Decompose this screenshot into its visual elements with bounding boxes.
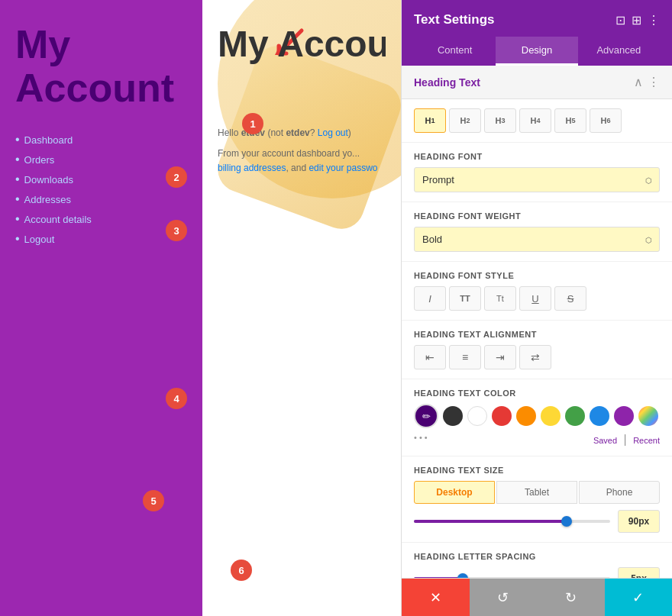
color-black[interactable] [443, 406, 463, 426]
spacing-slider-thumb[interactable] [457, 573, 468, 578]
size-value[interactable]: 90px [618, 510, 660, 533]
header-icons: ⊡ ⊞ ⋮ [615, 13, 660, 27]
step-4: 4 [166, 388, 187, 409]
cancel-button[interactable]: ✕ [402, 579, 470, 616]
section-collapse[interactable]: ∧ [634, 75, 643, 89]
color-label: Heading Text Color [414, 389, 660, 398]
color-recent[interactable]: Recent [633, 436, 660, 445]
font-weight-select[interactable]: Bold Normal Light [414, 227, 660, 252]
text-color-group: Heading Text Color ✏ • • • Save [402, 379, 672, 456]
color-red[interactable] [492, 406, 512, 426]
text-size-group: Heading Text Size Desktop Tablet Phone 9… [402, 456, 672, 543]
size-slider-thumb[interactable] [561, 516, 572, 527]
color-white[interactable] [467, 406, 487, 426]
step-2: 2 [166, 166, 187, 188]
split-icon[interactable]: ⊞ [632, 13, 641, 27]
main-layout: My Account Dashboard Orders Downloads Ad… [0, 0, 672, 616]
settings-body: Heading Text ∧ ⋮ H1 H2 H3 H4 H5 H6 [402, 66, 672, 578]
logout-link[interactable]: Log out [318, 127, 348, 138]
style-strikethrough[interactable]: S [554, 286, 586, 311]
tab-design[interactable]: Design [496, 37, 577, 66]
letter-spacing-group: Heading Letter Spacing 5px [402, 543, 672, 578]
font-weight-label: Heading Font Weight [414, 211, 660, 221]
font-weight-group: Heading Font Weight Bold Normal Light [402, 202, 672, 262]
style-underline[interactable]: U [519, 286, 551, 311]
style-uppercase[interactable]: TT [449, 286, 481, 311]
color-purple[interactable] [614, 406, 634, 426]
tab-content[interactable]: Content [414, 37, 496, 66]
nav-addresses[interactable]: Addresses [24, 194, 71, 205]
font-select[interactable]: Prompt Arial Georgia [414, 167, 660, 192]
nav-account-details[interactable]: Account details [24, 214, 92, 225]
section-title: Heading Text [414, 76, 480, 89]
heading-h4[interactable]: H4 [519, 108, 551, 133]
heading-h6[interactable]: H6 [590, 108, 622, 133]
device-tablet[interactable]: Tablet [496, 481, 577, 504]
font-style-group: Heading Font Style I TT Tt U S [402, 262, 672, 321]
account-display-text: My Accoun [218, 23, 386, 65]
step-3: 3 [166, 220, 187, 241]
spacing-slider-fill [414, 577, 463, 578]
heading-h3[interactable]: H3 [484, 108, 516, 133]
fullscreen-icon[interactable]: ⊡ [615, 13, 625, 27]
nav-downloads[interactable]: Downloads [24, 174, 73, 185]
step-1: 1 [242, 113, 263, 134]
hello-text: Hello etdev (not etdev? Log out) From yo… [218, 126, 386, 176]
settings-footer: ✕ ↺ ↻ ✓ [402, 578, 672, 616]
nav-orders[interactable]: Orders [24, 154, 55, 166]
color-green[interactable] [565, 406, 585, 426]
step-5: 5 [143, 490, 164, 511]
color-meta: • • • Saved | Recent [414, 428, 660, 447]
purple-sidebar: My Account Dashboard Orders Downloads Ad… [0, 0, 202, 616]
color-orange[interactable] [516, 406, 536, 426]
redo-button[interactable]: ↻ [537, 579, 605, 616]
password-link[interactable]: edit your passwo [309, 163, 377, 173]
page-title: My Account [15, 23, 187, 110]
color-saved[interactable]: Saved [593, 436, 617, 445]
spacing-slider-row: 5px [414, 567, 660, 578]
settings-title-row: Text Settings ⊡ ⊞ ⋮ [414, 12, 660, 27]
font-style-label: Heading Font Style [414, 271, 660, 280]
section-header: Heading Text ∧ ⋮ [402, 66, 672, 99]
align-center[interactable]: ≡ [449, 345, 481, 369]
heading-h1[interactable]: H1 [414, 108, 446, 133]
device-phone[interactable]: Phone [579, 481, 660, 504]
billing-link[interactable]: billing addresses [218, 163, 286, 173]
color-picker-btn[interactable]: ✏ [414, 404, 438, 428]
settings-tabs: Content Design Advanced [414, 37, 660, 66]
website-preview: My Account Dashboard Orders Downloads Ad… [0, 0, 401, 616]
heading-h5[interactable]: H5 [554, 108, 586, 133]
font-select-wrapper: Prompt Arial Georgia [414, 167, 660, 192]
align-justify[interactable]: ⇄ [519, 345, 551, 369]
color-gradient[interactable] [638, 406, 658, 426]
section-menu[interactable]: ⋮ [648, 75, 660, 89]
save-button[interactable]: ✓ [605, 579, 673, 616]
align-right[interactable]: ⇥ [484, 345, 516, 369]
content-area: My Accoun Hello etdev (not etdev? Log ou… [202, 0, 401, 616]
color-more[interactable]: • • • [414, 433, 428, 447]
spacing-slider-track[interactable] [414, 577, 610, 578]
settings-header: Text Settings ⊡ ⊞ ⋮ Content Design Advan… [402, 0, 672, 66]
color-blue[interactable] [590, 406, 609, 426]
style-italic[interactable]: I [414, 286, 446, 311]
settings-title: Text Settings [414, 12, 494, 27]
device-desktop[interactable]: Desktop [414, 481, 495, 504]
spacing-label: Heading Letter Spacing [414, 552, 660, 561]
align-left[interactable]: ⇤ [414, 345, 446, 369]
nav-logout[interactable]: Logout [24, 234, 55, 245]
color-row: ✏ [414, 404, 660, 428]
device-tabs: Desktop Tablet Phone [414, 481, 660, 504]
size-slider-fill [414, 520, 567, 523]
undo-button[interactable]: ↺ [470, 579, 538, 616]
heading-levels: H1 H2 H3 H4 H5 H6 [414, 108, 660, 133]
more-icon[interactable]: ⋮ [648, 13, 660, 27]
style-capitalize[interactable]: Tt [484, 286, 516, 311]
nav-dashboard[interactable]: Dashboard [24, 134, 73, 146]
spacing-value[interactable]: 5px [618, 567, 660, 578]
size-slider-track[interactable] [414, 520, 610, 523]
tab-advanced[interactable]: Advanced [578, 37, 660, 66]
heading-h2[interactable]: H2 [449, 108, 481, 133]
font-label: Heading Font [414, 152, 660, 161]
color-yellow[interactable] [541, 406, 561, 426]
align-buttons: ⇤ ≡ ⇥ ⇄ [414, 345, 660, 369]
